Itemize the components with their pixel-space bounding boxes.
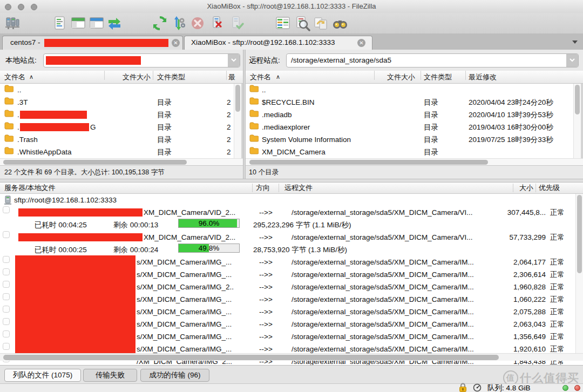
checkbox[interactable] [3, 281, 10, 288]
checkbox[interactable] [3, 318, 10, 325]
column-modified-partial[interactable]: 最 [228, 71, 235, 83]
directory-comparison-icon[interactable] [294, 15, 310, 31]
file-row[interactable]: . 目录 2 [0, 109, 234, 121]
column-priority[interactable]: 优先级 [539, 183, 560, 193]
tab-close-icon[interactable]: ✕ [172, 39, 180, 47]
tab-label: centos7 - [10, 36, 40, 49]
checkbox[interactable] [3, 206, 10, 213]
local-site-combo[interactable] [43, 53, 240, 67]
transfer-detail: 295,223,296 字节 (1.1 MiB/秒) [253, 219, 351, 231]
file-name: XM_DICM_Camera [262, 146, 326, 158]
file-row[interactable]: .Trash 目录 2 [0, 133, 234, 146]
remote-vertical-scrollbar[interactable] [573, 84, 581, 158]
file-row[interactable]: .mediaexplorer 目录 2019/04/03 16时30分00秒 [246, 121, 573, 133]
checkbox[interactable] [3, 256, 10, 263]
refresh-icon[interactable] [152, 15, 168, 31]
tab-centos7[interactable]: centos7 - ✕ [2, 36, 183, 50]
tab-queued-files[interactable]: 列队的文件 (1075) [4, 369, 81, 382]
queue-header: 服务器/本地文件 方向 远程文件 大小 优先级 [0, 183, 583, 194]
size: 2,075,288 [513, 306, 546, 318]
file-type: 目录 [424, 146, 438, 158]
file-row[interactable]: $RECYCLE.BIN 目录 2020/04/04 23时24分20秒 [246, 96, 573, 109]
size: 1,356,649 [513, 330, 546, 343]
tab-xiaomibox[interactable]: XiaoMiBox - sftp://root@192.168.1.102:33… [184, 36, 372, 50]
size: 1,060,222 [513, 293, 546, 306]
speed-limits-icon[interactable] [473, 383, 482, 392]
local-vertical-scrollbar[interactable] [234, 84, 241, 158]
column-filetype[interactable]: 文件类型 [157, 71, 185, 83]
disconnect-icon[interactable] [209, 15, 225, 31]
find-files-icon[interactable] [332, 15, 348, 31]
file-row[interactable]: .. [0, 84, 234, 96]
lock-icon[interactable] [459, 383, 467, 392]
tab-successful-transfers[interactable]: 成功的传输 (96) [140, 369, 209, 382]
queue-transfer-row[interactable]: XM_DICM_Camera/VID_2... -->> /storage/ex… [0, 231, 583, 244]
progress-percent: 49.8% [179, 244, 239, 252]
queue-vertical-scrollbar[interactable] [575, 194, 583, 353]
file-row[interactable]: .. [246, 84, 573, 96]
checkbox[interactable] [3, 330, 10, 337]
file-type: 目录 [424, 109, 438, 121]
local-path: s/XM_DICM_Camera/IMG_... [137, 293, 232, 306]
remote-horizontal-scrollbar[interactable] [246, 158, 583, 165]
synchronized-browsing-icon[interactable] [313, 15, 329, 31]
checkbox[interactable] [3, 343, 10, 350]
checkbox[interactable] [3, 306, 10, 313]
file-name: .. [17, 84, 22, 96]
checkbox[interactable] [3, 268, 10, 275]
remote-site-combo[interactable]: /storage/external_storage/sda5 [286, 53, 579, 67]
file-row[interactable]: .WhistleAppData 目录 2 [0, 146, 234, 158]
checkbox[interactable] [3, 231, 10, 238]
priority: 正常 [550, 293, 565, 306]
remote-path: /storage/external_storage/sda5/XM_DICM_C… [292, 256, 474, 268]
file-row[interactable]: .mediadb 目录 2020/04/10 13时39分53秒 [246, 109, 573, 121]
message-log-icon[interactable] [52, 15, 68, 31]
file-row[interactable]: XM_DICM_Camera 目录 [246, 146, 573, 158]
process-queue-icon[interactable] [170, 15, 186, 31]
tab-failed-transfers[interactable]: 传输失败 [83, 369, 137, 382]
column-size[interactable]: 大小 [0, 183, 533, 193]
file-modified: 2019/07/25 18时39分33秒 [469, 133, 553, 146]
site-manager-icon[interactable] [4, 15, 21, 31]
column-filesize[interactable]: 文件大小 [246, 71, 415, 83]
local-tree-icon[interactable] [70, 15, 86, 31]
remote-site-label: 远程站点: [249, 50, 280, 71]
tab-close-icon[interactable]: ✕ [357, 39, 365, 47]
priority: 正常 [550, 330, 565, 343]
file-row[interactable]: . G 目录 2 [0, 121, 234, 133]
column-filetype[interactable]: 文件类型 [424, 71, 452, 83]
remote-tree-icon[interactable] [89, 15, 105, 31]
queue-server-row[interactable]: sftp://root@192.168.1.102:3333 [0, 194, 583, 206]
file-modified: 2 [227, 133, 231, 146]
checkbox[interactable] [3, 293, 10, 300]
priority: 正常 [550, 281, 565, 293]
folder-icon [249, 133, 259, 146]
folder-icon [4, 96, 13, 109]
titlebar: XiaoMiBox - sftp://root@192.168.1.102:33… [0, 0, 583, 13]
pane-splitter[interactable] [0, 179, 583, 183]
local-horizontal-scrollbar[interactable] [0, 158, 243, 165]
file-row[interactable]: System Volume Information 目录 2019/07/25 … [246, 133, 573, 146]
cancel-icon[interactable] [189, 15, 206, 31]
directory-listing-icon[interactable] [275, 15, 291, 31]
queue-horizontal-scrollbar[interactable] [0, 353, 583, 361]
file-modified: 2020/04/10 13时39分53秒 [469, 109, 553, 121]
priority: 正常 [550, 256, 565, 268]
redaction-block [15, 255, 135, 357]
tab-list-dropdown-icon[interactable] [572, 40, 578, 44]
elapsed-time: 已耗时 00:00:25 [35, 244, 87, 256]
column-modified[interactable]: 最近修改 [469, 71, 497, 83]
local-path: s/XM_DICM_Camera/IMG_... [137, 330, 232, 343]
file-row[interactable]: .3T 目录 2 [0, 96, 234, 109]
transfer-queue-icon[interactable] [106, 15, 123, 31]
queue-transfer-row[interactable]: XM_DICM_Camera/VID_2... -->> /storage/ex… [0, 206, 583, 219]
reconnect-icon[interactable] [228, 15, 245, 31]
column-filesize[interactable]: 文件大小 [0, 71, 151, 83]
file-modified: 2 [227, 96, 231, 109]
chevron-down-icon[interactable] [228, 54, 240, 67]
folder-icon [4, 133, 13, 146]
toolbar [0, 13, 583, 34]
local-status: 22 个文件 和 69 个目录。大小总计: 100,195,138 字节 [0, 165, 243, 179]
remote-path: /storage/external_storage/sda5/XM_DICM_C… [292, 306, 474, 318]
chevron-down-icon[interactable] [566, 54, 578, 67]
